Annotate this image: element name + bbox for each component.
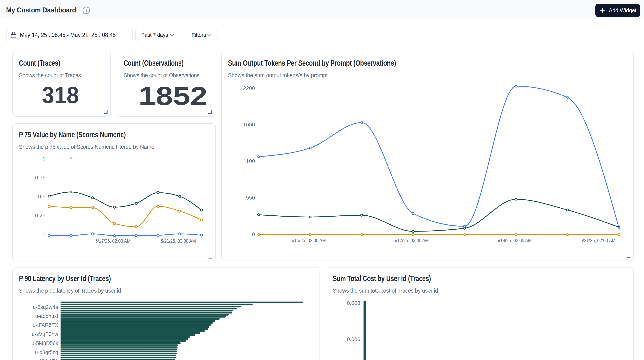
svg-text:5/19/25, 02:00 AM: 5/19/25, 02:00 AM <box>497 237 532 243</box>
svg-text:0.5: 0.5 <box>38 194 46 200</box>
svg-text:1100: 1100 <box>244 158 255 164</box>
svg-text:u-aobnuxf: u-aobnuxf <box>35 313 58 319</box>
svg-text:5/21/25, 02:00 AM: 5/21/25, 02:00 AM <box>580 237 616 243</box>
svg-text:5/17/25, 02:00 AM: 5/17/25, 02:00 AM <box>394 237 429 243</box>
svg-text:2200: 2200 <box>243 85 255 91</box>
svg-text:u-tFAR5TX: u-tFAR5TX <box>32 322 58 328</box>
svg-text:5/21/25, 02:00 AM: 5/21/25, 02:00 AM <box>161 238 196 244</box>
svg-text:0.006: 0.006 <box>347 336 360 342</box>
svg-text:1650: 1650 <box>243 122 255 128</box>
svg-text:0: 0 <box>252 231 255 237</box>
svg-text:0.008: 0.008 <box>347 300 360 306</box>
svg-text:0.75: 0.75 <box>35 175 46 181</box>
svg-text:5/17/25, 02:00 AM: 5/17/25, 02:00 AM <box>95 238 130 244</box>
svg-text:u-8sq2w4a: u-8sq2w4a <box>33 304 58 310</box>
svg-text:u-8fVa9T3: u-8fVa9T3 <box>34 358 58 360</box>
svg-text:0: 0 <box>42 231 46 237</box>
svg-text:u-d3qr5cg: u-d3qr5cg <box>35 349 58 355</box>
svg-text:u-zVqP3hw: u-zVqP3hw <box>32 331 58 337</box>
svg-text:0.25: 0.25 <box>35 213 46 218</box>
svg-text:u-5M8D56k: u-5M8D56k <box>32 340 58 346</box>
svg-text:1: 1 <box>42 156 46 162</box>
svg-text:5/15/25, 02:00 AM: 5/15/25, 02:00 AM <box>291 237 326 243</box>
svg-text:550: 550 <box>246 195 255 201</box>
